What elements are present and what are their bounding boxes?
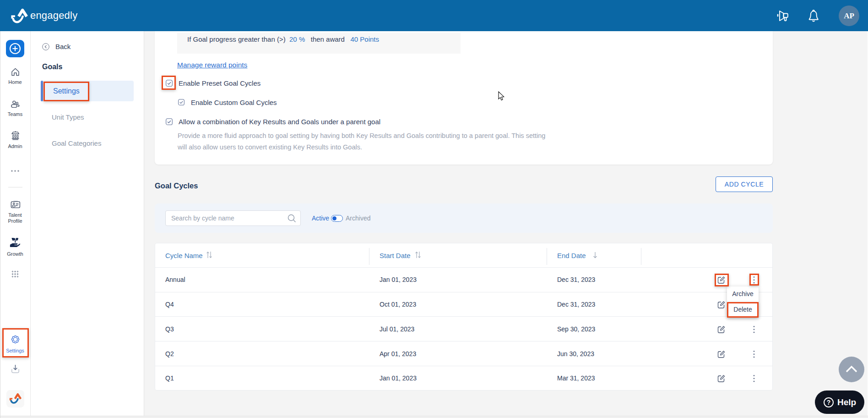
svg-text:?: ? (827, 399, 831, 406)
